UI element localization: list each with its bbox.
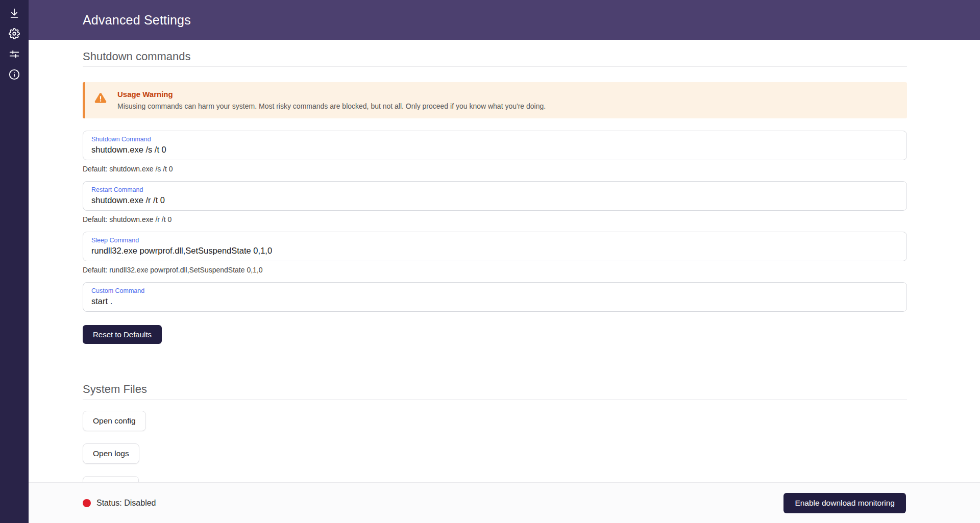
enable-download-monitoring-button[interactable]: Enable download monitoring	[783, 493, 906, 513]
open-config-button[interactable]: Open config	[83, 411, 146, 431]
warning-triangle-icon	[94, 91, 107, 107]
status-dot	[83, 499, 91, 507]
open-logs-button[interactable]: Open logs	[83, 443, 139, 464]
sidebar-item-advanced[interactable]	[8, 48, 20, 61]
warning-message: Misusing commands can harm your system. …	[117, 102, 546, 110]
shutdown-command-field[interactable]: Shutdown Command	[83, 131, 907, 160]
sliders-icon	[9, 48, 20, 61]
usage-warning-banner: Usage Warning Misusing commands can harm…	[83, 82, 907, 118]
restart-command-default-text: Default: shutdown.exe /r /t 0	[83, 215, 907, 223]
gear-icon	[9, 28, 20, 41]
page-title: Advanced Settings	[83, 13, 191, 28]
custom-command-field[interactable]: Custom Command	[83, 282, 907, 312]
clear-logs-button[interactable]: Clear logs	[83, 476, 139, 482]
page-header: Advanced Settings	[29, 0, 980, 40]
sidebar-item-downloads[interactable]	[8, 8, 20, 20]
warning-title: Usage Warning	[117, 90, 546, 98]
sleep-command-default-text: Default: rundll32.exe powrprof.dll,SetSu…	[83, 266, 907, 274]
sleep-command-label: Sleep Command	[91, 237, 898, 244]
sidebar	[0, 0, 29, 523]
reset-to-defaults-button[interactable]: Reset to Defaults	[83, 325, 162, 344]
shutdown-command-label: Shutdown Command	[91, 136, 898, 143]
section-heading-system-files: System Files	[83, 372, 907, 400]
restart-command-label: Restart Command	[91, 186, 898, 193]
main-content: Shutdown commands Usage Warning Misusing…	[29, 40, 980, 482]
sleep-command-field[interactable]: Sleep Command	[83, 232, 907, 261]
shutdown-command-default-text: Default: shutdown.exe /s /t 0	[83, 165, 907, 173]
sidebar-item-about[interactable]	[8, 69, 20, 81]
shutdown-command-input[interactable]	[91, 145, 898, 155]
sidebar-item-settings[interactable]	[8, 28, 20, 40]
info-icon	[9, 69, 20, 82]
status-text: Status: Disabled	[96, 499, 156, 508]
section-heading-shutdown-commands: Shutdown commands	[83, 40, 907, 67]
custom-command-label: Custom Command	[91, 287, 898, 294]
restart-command-input[interactable]	[91, 195, 898, 205]
sleep-command-input[interactable]	[91, 246, 898, 256]
restart-command-field[interactable]: Restart Command	[83, 181, 907, 211]
monitoring-status: Status: Disabled	[83, 499, 156, 508]
status-bar: Status: Disabled Enable download monitor…	[29, 482, 980, 523]
download-icon	[9, 8, 20, 20]
custom-command-input[interactable]	[91, 296, 898, 306]
